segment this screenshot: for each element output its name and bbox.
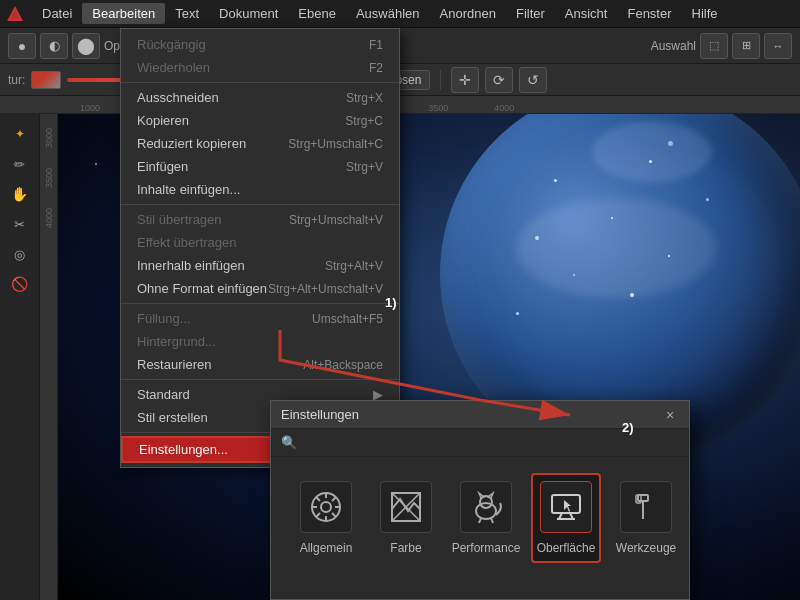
menu-item-restaurieren[interactable]: Restaurieren Alt+Backspace: [121, 353, 399, 376]
settings-icon-allgemein[interactable]: Allgemein: [291, 475, 361, 561]
menu-filter[interactable]: Filter: [506, 3, 555, 24]
farbe-icon-box: [380, 481, 432, 533]
menu-item-rueckgaengig[interactable]: Rückgängig F1: [121, 33, 399, 56]
toolbar-auswahl-section: Auswahl ⬚ ⊞ ↔: [651, 33, 792, 59]
menu-text[interactable]: Text: [165, 3, 209, 24]
menu-dokument[interactable]: Dokument: [209, 3, 288, 24]
farbe-label: Farbe: [390, 541, 421, 555]
oberflaeche-icon-box: [540, 481, 592, 533]
svg-point-15: [476, 503, 496, 519]
auswahl-btn2[interactable]: ⊞: [732, 33, 760, 59]
toolbar-sep2: [440, 70, 441, 90]
svg-line-19: [479, 518, 481, 523]
transform-btn3[interactable]: ↺: [519, 67, 547, 93]
dialog-title-bar: Einstellungen ×: [271, 401, 689, 429]
svg-marker-18: [488, 493, 493, 498]
menu-divider-3: [121, 303, 399, 304]
dialog-search-area: 🔍: [271, 429, 689, 457]
menu-item-innerhalb-einfuegen[interactable]: Innerhalb einfügen Strg+Alt+V: [121, 254, 399, 277]
werkzeuge-label: Werkzeuge: [616, 541, 676, 555]
menu-item-effekt-uebertragen[interactable]: Effekt übertragen: [121, 231, 399, 254]
ruler-mark: 1000: [80, 103, 100, 113]
menu-divider-1: [121, 82, 399, 83]
svg-line-8: [316, 497, 320, 501]
settings-icon-werkzeuge[interactable]: Werkzeuge: [611, 475, 681, 561]
settings-search-input[interactable]: [303, 435, 679, 450]
allgemein-icon-box: [300, 481, 352, 533]
svg-marker-25: [564, 500, 571, 512]
menu-item-hintergrund[interactable]: Hintergrund...: [121, 330, 399, 353]
svg-point-3: [321, 502, 331, 512]
app-logo: [4, 3, 26, 25]
menu-item-ausschneiden[interactable]: Ausschneiden Strg+X: [121, 86, 399, 109]
svg-line-9: [332, 513, 336, 517]
star: [95, 163, 97, 165]
ruler-mark: 3500: [428, 103, 448, 113]
left-toolbar: ✦ ✏ ✋ ✂ ◎ 🚫: [0, 114, 40, 600]
toolbar-dot-btn[interactable]: ⬤: [72, 33, 100, 59]
menu-divider-4: [121, 379, 399, 380]
menu-hilfe[interactable]: Hilfe: [682, 3, 728, 24]
transform-btn1[interactable]: ✛: [451, 67, 479, 93]
menu-item-inhalte-einfuegen[interactable]: Inhalte einfügen...: [121, 178, 399, 201]
transform-btn2[interactable]: ⟳: [485, 67, 513, 93]
search-icon: 🔍: [281, 435, 297, 450]
settings-icon-performance[interactable]: Performance: [451, 475, 521, 561]
tool-crop[interactable]: ✂: [4, 210, 36, 238]
menu-anordnen[interactable]: Anordnen: [430, 3, 506, 24]
tool-hand[interactable]: ✋: [4, 180, 36, 208]
menu-ansicht[interactable]: Ansicht: [555, 3, 618, 24]
menu-bearbeiten[interactable]: Bearbeiten: [82, 3, 165, 24]
dialog-close-button[interactable]: ×: [661, 406, 679, 424]
auswahl-btn3[interactable]: ↔: [764, 33, 792, 59]
svg-line-11: [316, 513, 320, 517]
tool-pencil[interactable]: ✏: [4, 150, 36, 178]
menu-divider-2: [121, 204, 399, 205]
svg-line-10: [332, 497, 336, 501]
settings-icons-area: Allgemein Farbe: [271, 457, 689, 579]
settings-icon-oberflaeche[interactable]: Oberfläche: [531, 473, 601, 563]
toolbar-circle-btn[interactable]: ●: [8, 33, 36, 59]
oberflaeche-label: Oberfläche: [537, 541, 596, 555]
tool-forbidden[interactable]: 🚫: [4, 270, 36, 298]
performance-label: Performance: [452, 541, 521, 555]
menu-item-fuellung[interactable]: Füllung... Umschalt+F5: [121, 307, 399, 330]
menu-item-einfuegen[interactable]: Einfügen Strg+V: [121, 155, 399, 178]
ruler-vertical: 3000 3500 4000: [40, 114, 58, 600]
performance-icon-box: [460, 481, 512, 533]
menu-bar: Datei Bearbeiten Text Dokument Ebene Aus…: [0, 0, 800, 28]
ruler-mark: 4000: [494, 103, 514, 113]
menu-fenster[interactable]: Fenster: [617, 3, 681, 24]
dialog-title: Einstellungen: [281, 407, 359, 422]
allgemein-label: Allgemein: [300, 541, 353, 555]
svg-rect-26: [638, 495, 648, 501]
settings-icon-farbe[interactable]: Farbe: [371, 475, 441, 561]
tool-circle[interactable]: ◎: [4, 240, 36, 268]
menu-item-reduziert-kopieren[interactable]: Reduziert kopieren Strg+Umschalt+C: [121, 132, 399, 155]
menu-datei[interactable]: Datei: [32, 3, 82, 24]
menu-auswaehlen[interactable]: Auswählen: [346, 3, 430, 24]
svg-line-20: [491, 518, 493, 523]
texture-preview: [31, 71, 61, 89]
menu-ebene[interactable]: Ebene: [288, 3, 346, 24]
toolbar-contrast-btn[interactable]: ◐: [40, 33, 68, 59]
tool-select[interactable]: ✦: [4, 120, 36, 148]
menu-item-kopieren[interactable]: Kopieren Strg+C: [121, 109, 399, 132]
werkzeuge-icon-box: [620, 481, 672, 533]
settings-dialog: Einstellungen × 🔍: [270, 400, 690, 600]
menu-item-wiederholen[interactable]: Wiederholen F2: [121, 56, 399, 79]
svg-marker-17: [479, 493, 484, 498]
menu-item-ohne-format-einfuegen[interactable]: Ohne Format einfügen Strg+Alt+Umschalt+V: [121, 277, 399, 300]
textur-label: tur:: [8, 73, 25, 87]
auswahl-label: Auswahl: [651, 39, 696, 53]
auswahl-btn1[interactable]: ⬚: [700, 33, 728, 59]
menu-item-stil-uebertragen[interactable]: Stil übertragen Strg+Umschalt+V: [121, 208, 399, 231]
